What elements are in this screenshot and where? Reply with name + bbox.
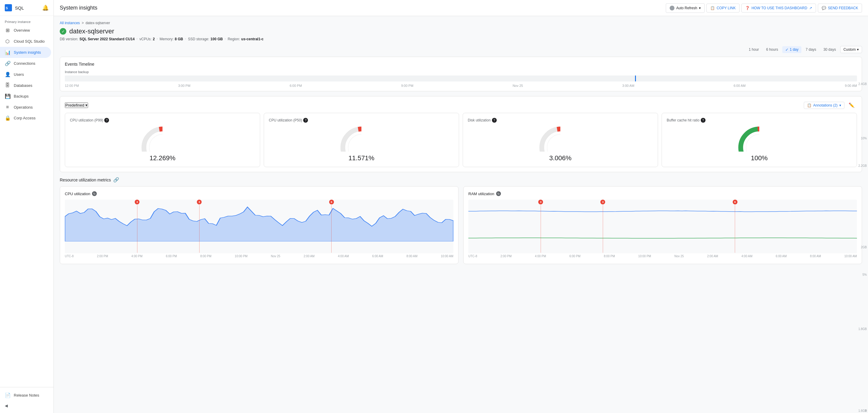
external-link-icon: ↗ <box>809 6 812 10</box>
alert-line <box>137 205 137 253</box>
sidebar-item-label-overview: Overview <box>14 28 30 33</box>
region-value: us-central1-c <box>241 37 264 41</box>
alert-badge: 3 <box>600 200 605 204</box>
x-axis-label: UTC-8 <box>468 254 477 258</box>
sidebar-app-title: SQL <box>15 5 24 10</box>
sidebar-item-release-notes[interactable]: 📄 Release Notes <box>0 390 51 401</box>
gauge-title-cpu-p50: CPU utilization (P50) ? <box>269 118 454 123</box>
help-icon-buffer-cache[interactable]: ? <box>701 118 706 123</box>
charts-grid: CPU utilization ↻ 3 3 6 <box>60 186 862 264</box>
x-axis-label: 2:00 PM <box>97 254 108 258</box>
gauge-card-cpu-p50: CPU utilization (P50) ? 11.571% <box>264 113 459 167</box>
sidebar-item-operations[interactable]: ≡ Operations <box>0 102 51 112</box>
sidebar-item-label-system-insights: System insights <box>14 50 41 55</box>
feedback-icon: 💬 <box>822 6 826 10</box>
x-axis-label: 2:00 AM <box>304 254 315 258</box>
chart-info-icon-ram-util[interactable]: ↻ <box>496 191 501 196</box>
alert-line <box>735 205 735 253</box>
sidebar-section-label: Primary instance <box>0 18 54 25</box>
breadcrumb: All instances > datex-sqlserver <box>60 21 862 25</box>
instance-header: ✓ datex-sqlserver <box>60 28 862 35</box>
release-notes-icon: 📄 <box>5 392 10 398</box>
y-axis-label: 1.8GB <box>859 328 867 331</box>
time-btn-1day[interactable]: ✓ 1 day <box>782 46 801 53</box>
sidebar-item-overview[interactable]: ⊞ Overview <box>0 25 51 36</box>
region-item: Region: us-central1-c <box>227 37 264 41</box>
gauge-value-cpu-p99: 12.269% <box>70 154 255 162</box>
overview-icon: ⊞ <box>5 28 10 33</box>
chart-title-cpu-util: CPU utilization ↻ <box>65 191 454 196</box>
y-axis-label: 1.6GB <box>859 409 867 412</box>
db-version-label: DB version: <box>60 37 78 41</box>
alert-marker: 6 <box>733 200 738 253</box>
x-axis-label: 10:00 AM <box>844 254 857 258</box>
chart-card-ram-util: RAM utilization ↻ 3 3 6 <box>463 186 862 264</box>
predefined-chevron-icon: ▾ <box>86 103 88 107</box>
sidebar-item-users[interactable]: 👤 Users <box>0 69 51 80</box>
storage-value: 100 GB <box>211 37 223 41</box>
gauge-visual-buffer-cache <box>735 125 783 152</box>
check-icon: ✓ <box>785 47 788 52</box>
time-btn-6hours[interactable]: 6 hours <box>763 46 781 53</box>
annotations-button[interactable]: 📋 Annotations (2) ▾ <box>804 102 844 109</box>
sidebar-footer: 📄 Release Notes ◀ <box>0 387 54 413</box>
x-axis-label: 4:00 AM <box>338 254 349 258</box>
y-axis-label: 2GB <box>861 246 867 249</box>
auto-refresh-button[interactable]: Auto Refresh ▾ <box>666 3 705 13</box>
sidebar-collapse-button[interactable]: ◀ <box>0 401 54 411</box>
sidebar-item-connections[interactable]: 🔗 Connections <box>0 58 51 69</box>
x-axis-label: 2:00 AM <box>707 254 718 258</box>
sidebar-item-system-insights[interactable]: 📊 System insights <box>0 47 51 58</box>
sidebar-item-databases[interactable]: 🗄 Databases <box>0 80 51 91</box>
sidebar-item-cloud-sql-studio[interactable]: ⬡ Cloud SQL Studio <box>0 36 51 47</box>
x-axis-label: 10:00 PM <box>638 254 651 258</box>
copy-link-button[interactable]: 📋 COPY LINK <box>706 4 740 12</box>
timeline-event-marker <box>635 75 636 81</box>
gauges-header: Predefined ▾ 📋 Annotations (2) ▾ ✏️ <box>65 101 857 109</box>
sidebar-item-backups[interactable]: 💾 Backups <box>0 91 51 102</box>
timeline-label-3: 9:00 PM <box>401 84 413 88</box>
copy-link-label: COPY LINK <box>717 6 736 10</box>
page-title: System insights <box>60 5 97 11</box>
gauge-card-cpu-p99: CPU utilization (P99) ? 12.269% <box>65 113 260 167</box>
alert-line <box>331 205 332 253</box>
edit-icon: ✏️ <box>848 103 855 108</box>
chart-card-cpu-util: CPU utilization ↻ 3 3 6 <box>60 186 459 264</box>
resource-link-icon[interactable]: 🔗 <box>113 177 119 183</box>
help-icon-cpu-p99[interactable]: ? <box>104 118 109 123</box>
x-axis-label: 6:00 PM <box>166 254 177 258</box>
event-label: Instance backup <box>65 70 857 74</box>
resource-header: Resource utilization metrics 🔗 <box>60 177 862 183</box>
edit-button[interactable]: ✏️ <box>846 101 857 109</box>
x-axis-label: Nov 25 <box>675 254 684 258</box>
time-btn-1hour[interactable]: 1 hour <box>746 46 762 53</box>
memory-item: Memory: 8 GB <box>159 37 183 41</box>
predefined-button[interactable]: Predefined ▾ <box>65 102 88 108</box>
send-feedback-button[interactable]: 💬 SEND FEEDBACK <box>818 4 862 12</box>
x-axis-label: 8:00 AM <box>406 254 417 258</box>
alert-line <box>603 205 603 253</box>
sidebar-item-corp-access[interactable]: 🔒 Corp Access <box>0 112 51 124</box>
time-btn-7days[interactable]: 7 days <box>803 46 819 53</box>
time-range-selector: 1 hour 6 hours ✓ 1 day 7 days 30 days Cu… <box>60 46 862 53</box>
db-version-value: SQL Server 2022 Standard CU14 <box>80 37 135 41</box>
alert-badge: 6 <box>733 200 738 204</box>
notification-bell-icon[interactable]: 🔔 <box>42 4 49 11</box>
breadcrumb-all-instances[interactable]: All instances <box>60 21 80 25</box>
x-axis-label: 8:00 PM <box>604 254 615 258</box>
topbar: System insights Auto Refresh ▾ 📋 COPY LI… <box>54 0 868 16</box>
alert-marker: 3 <box>197 200 202 253</box>
help-icon-cpu-p50[interactable]: ? <box>303 118 308 123</box>
time-btn-30days[interactable]: 30 days <box>820 46 839 53</box>
gauge-title-cpu-p99: CPU utilization (P99) ? <box>70 118 255 123</box>
x-axis-label: UTC-8 <box>65 254 73 258</box>
how-to-button[interactable]: ❓ HOW TO USE THIS DASHBOARD ↗ <box>741 4 816 12</box>
help-icon-disk-util[interactable]: ? <box>492 118 497 123</box>
gauge-title-disk-util: Disk utilization ? <box>468 118 653 123</box>
chart-info-icon-cpu-util[interactable]: ↻ <box>92 191 97 196</box>
sidebar-item-label-users: Users <box>14 72 24 77</box>
x-axis-label: 4:00 AM <box>741 254 752 258</box>
gauges-section: Predefined ▾ 📋 Annotations (2) ▾ ✏️ <box>60 96 862 172</box>
gauge-visual-cpu-p99 <box>138 125 186 152</box>
timeline-axis: 12:00 PM 3:00 PM 6:00 PM 9:00 PM Nov 25 … <box>65 83 857 89</box>
